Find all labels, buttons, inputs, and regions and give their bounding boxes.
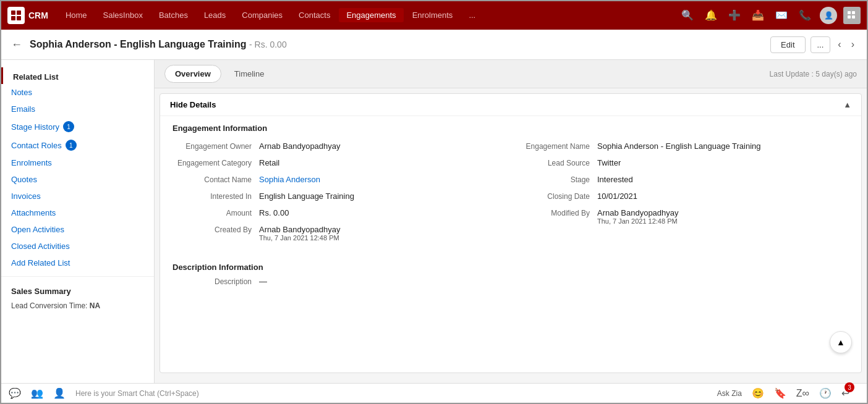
import-icon[interactable]: 📥 [749, 7, 767, 23]
nav-leads[interactable]: Leads [197, 8, 233, 22]
svg-rect-0 [11, 11, 15, 15]
sales-summary-title: Sales Summary [1, 282, 154, 298]
description-label: Description [172, 277, 259, 286]
contacts-icon[interactable]: 👥 [31, 387, 43, 399]
clock-icon[interactable]: 🕐 [819, 387, 832, 399]
sidebar-divider [1, 276, 154, 277]
email-icon[interactable]: ✉️ [773, 7, 790, 23]
nav-right-actions: 🔍 🔔 ➕ 📥 ✉️ 📞 👤 [679, 7, 861, 24]
zoom-icon[interactable]: Z∞ [796, 388, 809, 399]
notification-badge: 3 [845, 382, 854, 392]
chat-icon[interactable]: 💬 [9, 387, 21, 399]
field-engagement-owner: Engagement Owner Arnab Bandyopadhyay [172, 138, 511, 154]
field-created-by: Created By Arnab Bandyopadhyay Thu, 7 Ja… [172, 221, 511, 245]
field-stage: Stage Interested [511, 171, 849, 188]
logo-icon [7, 7, 25, 24]
svg-rect-3 [17, 16, 21, 20]
ask-zia-label[interactable]: Ask Zia [717, 389, 742, 398]
nav-salesinbox[interactable]: SalesInbox [96, 8, 150, 22]
right-fields: Engagement Name Sophia Anderson - Englis… [511, 138, 849, 245]
notification-wrap: ↩ 3 [841, 387, 859, 399]
nav-menu: Home SalesInbox Batches Leads Companies … [58, 8, 679, 22]
nav-contacts[interactable]: Contacts [291, 8, 338, 22]
page-title: Sophia Anderson - English Language Train… [30, 39, 770, 50]
nav-engagements[interactable]: Engagements [339, 8, 403, 22]
sidebar-item-invoices[interactable]: Invoices [1, 188, 154, 204]
scroll-top-button[interactable]: ▲ [830, 331, 852, 353]
field-lead-source: Lead Source Twitter [511, 154, 849, 171]
edit-button[interactable]: Edit [770, 36, 805, 53]
related-list-title: Related List [1, 67, 154, 84]
header-actions: Edit ... ‹ › [770, 36, 857, 53]
svg-rect-5 [852, 11, 855, 14]
field-amount: Amount Rs. 0.00 [172, 204, 511, 221]
engagement-info-grid: Engagement Owner Arnab Bandyopadhyay Eng… [160, 138, 861, 255]
description-info-title: Description Information [160, 255, 861, 277]
nav-home[interactable]: Home [58, 8, 95, 22]
sidebar-item-quotes[interactable]: Quotes [1, 171, 154, 188]
svg-rect-6 [848, 15, 851, 19]
plus-icon[interactable]: ➕ [726, 7, 743, 23]
nav-companies[interactable]: Companies [234, 8, 290, 22]
sidebar-item-contact-roles[interactable]: Contact Roles 1 [1, 136, 154, 154]
sidebar-item-emails[interactable]: Emails [1, 101, 154, 117]
phone-icon[interactable]: 📞 [796, 7, 814, 23]
sidebar-item-attachments[interactable]: Attachments [1, 204, 154, 221]
details-header: Hide Details ▲ [160, 94, 861, 116]
user-avatar[interactable]: 👤 [820, 7, 837, 24]
grid-icon[interactable] [843, 7, 861, 24]
tabs-bar: Overview Timeline Last Update : 5 day(s)… [155, 60, 867, 88]
nav-more[interactable]: ... [461, 8, 483, 22]
details-panel: Hide Details ▲ Engagement Information En… [160, 93, 862, 373]
tabs: Overview Timeline [164, 65, 274, 83]
next-record-button[interactable]: › [849, 36, 857, 53]
contact-roles-badge: 1 [66, 140, 77, 151]
field-contact-name: Contact Name Sophia Anderson [172, 171, 511, 188]
app-logo[interactable]: CRM [7, 7, 48, 24]
field-modified-by: Modified By Arnab Bandyopadhyay Thu, 7 J… [511, 204, 849, 229]
main-layout: Related List Notes Emails Stage History … [1, 60, 867, 383]
more-actions-button[interactable]: ... [811, 36, 831, 53]
svg-rect-1 [17, 11, 21, 15]
bookmark-icon[interactable]: 🔖 [774, 387, 786, 399]
nav-batches[interactable]: Batches [151, 8, 195, 22]
sidebar-item-open-activities[interactable]: Open Activities [1, 221, 154, 238]
prev-record-button[interactable]: ‹ [835, 36, 843, 53]
tab-timeline[interactable]: Timeline [224, 65, 275, 83]
user-icon[interactable]: 👤 [53, 387, 66, 399]
svg-rect-2 [11, 16, 15, 20]
search-icon[interactable]: 🔍 [679, 7, 696, 23]
field-closing-date: Closing Date 10/01/2021 [511, 188, 849, 204]
back-button[interactable]: ← [11, 38, 22, 51]
add-related-list-button[interactable]: Add Related List [1, 255, 154, 271]
nav-enrolments[interactable]: Enrolments [405, 8, 461, 22]
left-fields: Engagement Owner Arnab Bandyopadhyay Eng… [172, 138, 511, 245]
bottom-bar: 💬 👥 👤 Here is your Smart Chat (Ctrl+Spac… [1, 383, 867, 403]
content-area: Overview Timeline Last Update : 5 day(s)… [155, 60, 867, 383]
app-name: CRM [28, 11, 48, 20]
bell-icon[interactable]: 🔔 [702, 7, 720, 23]
collapse-icon[interactable]: ▲ [843, 100, 851, 109]
lead-conversion-time: Lead Conversion Time: NA [1, 298, 154, 313]
engagement-info-title: Engagement Information [160, 116, 861, 138]
smart-chat-hint[interactable]: Here is your Smart Chat (Ctrl+Space) [75, 389, 707, 398]
last-update-text: Last Update : 5 day(s) ago [770, 70, 857, 78]
sidebar-item-closed-activities[interactable]: Closed Activities [1, 238, 154, 255]
svg-rect-7 [852, 15, 855, 19]
field-engagement-name: Engagement Name Sophia Anderson - Englis… [511, 138, 849, 154]
contact-name-link[interactable]: Sophia Anderson [259, 175, 511, 184]
stage-history-badge: 1 [63, 121, 74, 132]
sidebar-item-notes[interactable]: Notes [1, 84, 154, 101]
emoji-icon[interactable]: 😊 [752, 387, 764, 399]
sidebar: Related List Notes Emails Stage History … [1, 60, 155, 383]
hide-details-label: Hide Details [170, 100, 216, 109]
field-interested-in: Interested In English Language Training [172, 188, 511, 204]
svg-rect-4 [848, 11, 851, 14]
record-header: ← Sophia Anderson - English Language Tra… [1, 30, 867, 61]
top-navigation: CRM Home SalesInbox Batches Leads Compan… [1, 1, 867, 30]
field-engagement-category: Engagement Category Retail [172, 154, 511, 171]
description-value: — [259, 277, 849, 286]
sidebar-item-stage-history[interactable]: Stage History 1 [1, 117, 154, 136]
sidebar-item-enrolments[interactable]: Enrolments [1, 154, 154, 171]
tab-overview[interactable]: Overview [164, 65, 221, 83]
